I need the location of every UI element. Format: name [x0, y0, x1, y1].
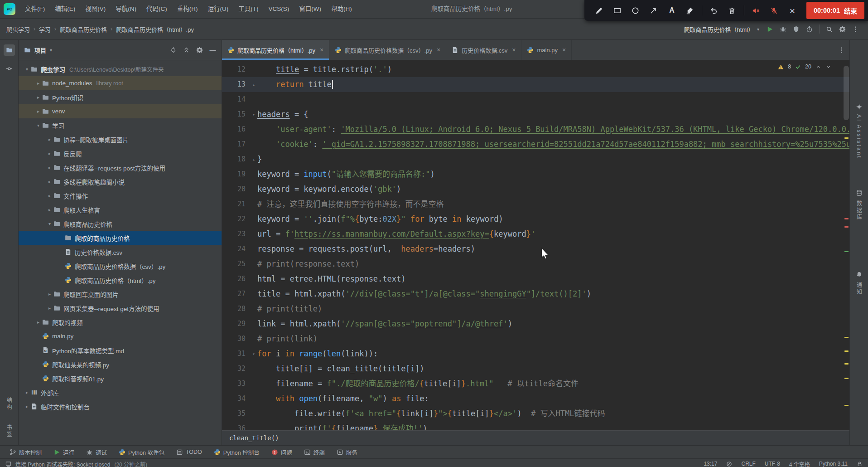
close-tool-button[interactable]: ×	[784, 3, 801, 18]
chevron-down-icon[interactable]: ▾	[50, 48, 52, 53]
menu-item[interactable]: 窗口(W)	[294, 0, 326, 18]
tree-item[interactable]: 爬取抖音视频01.py	[19, 371, 222, 385]
code-line[interactable]: 14	[222, 92, 849, 107]
editor-context-bar[interactable]: clean_title()	[222, 430, 849, 445]
project-toolwindow-button[interactable]	[4, 44, 15, 56]
breadcrumb-item[interactable]: 爬虫学习	[6, 25, 30, 34]
error-stripe-mark[interactable]	[844, 363, 849, 365]
speaker-muted-tool-button[interactable]	[747, 3, 765, 18]
undo-tool-button[interactable]	[705, 3, 723, 18]
menu-item[interactable]: VCS(S)	[264, 0, 294, 18]
marker-tool-button[interactable]	[681, 3, 699, 18]
line-ending-selector[interactable]: CRLF	[741, 461, 755, 467]
tree-caret-icon[interactable]: ▸	[46, 151, 53, 156]
toolwindow-run-button[interactable]: 运行	[48, 446, 80, 458]
code-line[interactable]: 20keyword = keyword.encode('gbk')	[222, 182, 849, 197]
tree-caret-icon[interactable]: ▸	[46, 306, 53, 311]
tree-item[interactable]: ▸文件操作	[19, 189, 222, 203]
toolwindow-problems-button[interactable]: 问题	[265, 446, 298, 458]
inspections-widget[interactable]: 8 20	[778, 63, 831, 70]
breadcrumb-item[interactable]: 学习	[39, 25, 51, 34]
arrow-tool-button[interactable]	[645, 3, 662, 18]
editor-tab[interactable]: main.py×	[521, 40, 572, 60]
tree-caret-icon[interactable]: ▸	[34, 81, 42, 86]
fold-marker-icon[interactable]: ▾	[252, 346, 255, 361]
tree-item[interactable]: ▸反反爬	[19, 146, 222, 161]
breadcrumb-item[interactable]: 爬取商品历史价格（html）.py	[116, 25, 194, 34]
fold-marker-icon[interactable]: ▾	[252, 107, 255, 122]
menu-item[interactable]: 文件(F)	[20, 0, 50, 18]
run-button[interactable]	[767, 26, 773, 33]
text-tool-button[interactable]: A	[663, 3, 680, 18]
toolwindow-version-control-button[interactable]: 版本控制	[4, 446, 48, 458]
code-line[interactable]: 18▴}	[222, 152, 849, 167]
next-problem-button[interactable]	[825, 64, 831, 70]
code-line[interactable]: 32 title[i] = clean_title(title[i])	[222, 361, 849, 376]
code-line[interactable]: 15▾headers = {	[222, 107, 849, 122]
indent-selector[interactable]: 4 个空格	[789, 460, 810, 467]
error-stripe-mark[interactable]	[844, 337, 849, 338]
menu-item[interactable]: 编辑(E)	[50, 0, 80, 18]
rect-tool-button[interactable]	[609, 3, 626, 18]
lock-icon[interactable]	[857, 461, 863, 467]
toolwindow-todo-button[interactable]: TODO	[170, 446, 208, 458]
editor-tab[interactable]: 历史价格数据.csv×	[446, 40, 521, 60]
tree-item[interactable]: 爬取的商品历史价格	[19, 231, 222, 245]
run-configuration-select[interactable]: 爬取商品历史价格（html） ▾	[684, 25, 759, 34]
code-line[interactable]: 31▾for i in range(len(link)):	[222, 346, 849, 361]
minus-button[interactable]: —	[209, 47, 216, 54]
menu-item[interactable]: 重构(R)	[172, 0, 203, 18]
tree-caret-icon[interactable]: ▾	[34, 123, 42, 128]
more-button[interactable]	[852, 26, 859, 33]
error-stripe-mark[interactable]	[844, 350, 849, 352]
tree-caret-icon[interactable]: ▸	[23, 404, 31, 409]
toolwindow-services-button[interactable]: 服务	[331, 446, 363, 458]
db-toolwindow-button[interactable]: 数据库	[850, 190, 868, 221]
tree-item[interactable]: ▸多线程爬取笔趣阁小说	[19, 175, 222, 189]
toolwindow-debug-button[interactable]: 调试	[80, 446, 113, 458]
collapse-button[interactable]	[183, 47, 190, 54]
error-stripe-mark[interactable]	[844, 218, 849, 219]
commit-toolwindow-button[interactable]	[4, 63, 15, 74]
tree-caret-icon[interactable]: ▸	[46, 179, 53, 184]
profiler-button[interactable]	[806, 26, 813, 33]
code-line[interactable]: 23url = f'https://ss.manmanbuy.com/Defau…	[222, 227, 849, 242]
editor-scrollbar[interactable]	[844, 66, 849, 120]
toolwindow-python-packages-button[interactable]: Python 软件包	[113, 446, 170, 458]
tree-item[interactable]: 爬取商品历史价格数据（csv）.py	[19, 259, 222, 273]
tree-caret-icon[interactable]: ▾	[46, 221, 53, 226]
trash-tool-button[interactable]	[723, 3, 741, 18]
ai-toolwindow-button[interactable]: AI Assistant	[850, 103, 868, 159]
tree-item[interactable]: ▸外部库	[19, 385, 222, 399]
code-line[interactable]: 17 'cookie': '_gid=GA1.2.1575898327.1708…	[222, 137, 849, 152]
editor-tab[interactable]: 爬取商品历史价格（html）.py×	[222, 40, 329, 60]
tab-close-icon[interactable]: ×	[437, 47, 440, 53]
menu-item[interactable]: 视图(V)	[80, 0, 111, 18]
menu-item[interactable]: 帮助(H)	[326, 0, 357, 18]
pencil-tool-button[interactable]	[591, 3, 608, 18]
toolwindow-terminal-button[interactable]: 终端	[298, 446, 331, 458]
interpreter-selector[interactable]: Python 3.11	[819, 461, 848, 467]
tree-caret-icon[interactable]: ▸	[46, 207, 53, 212]
code-editor[interactable]: 12 title = title.rstrip('.')13▴ return t…	[222, 60, 849, 430]
tree-item[interactable]: ▸node_moduleslibrary root	[19, 76, 222, 90]
fold-marker-icon[interactable]: ▴	[252, 152, 255, 167]
tab-close-icon[interactable]: ×	[320, 47, 323, 53]
menu-item[interactable]: 运行(U)	[203, 0, 234, 18]
error-stripe-mark[interactable]	[844, 137, 849, 139]
code-line[interactable]: 21# 注意，这里我们直接使用空字符串连接，而不是空格	[222, 197, 849, 212]
tree-item[interactable]: ▸协程--爬取彼岸桌面图片	[19, 132, 222, 146]
error-stripe-mark[interactable]	[844, 405, 849, 406]
crosshair-button[interactable]	[170, 47, 177, 54]
bell-toolwindow-button[interactable]: 通知	[850, 271, 868, 296]
error-stripe-mark[interactable]	[844, 378, 849, 379]
tree-caret-icon[interactable]: ▸	[34, 109, 42, 114]
ellipse-tool-button[interactable]	[627, 3, 644, 18]
error-stripe-mark[interactable]	[844, 251, 849, 252]
status-message[interactable]: 连接 Python 调试器失败: Socket closed	[15, 460, 110, 467]
tree-caret-icon[interactable]: ▸	[46, 165, 53, 170]
toolwindow-stripe-label[interactable]: 书签	[5, 424, 13, 438]
menu-item[interactable]: 工具(T)	[233, 0, 263, 18]
tree-item[interactable]: ▸Python知识	[19, 90, 222, 104]
recording-stop-button[interactable]: 00:00:01 结束	[806, 2, 864, 19]
